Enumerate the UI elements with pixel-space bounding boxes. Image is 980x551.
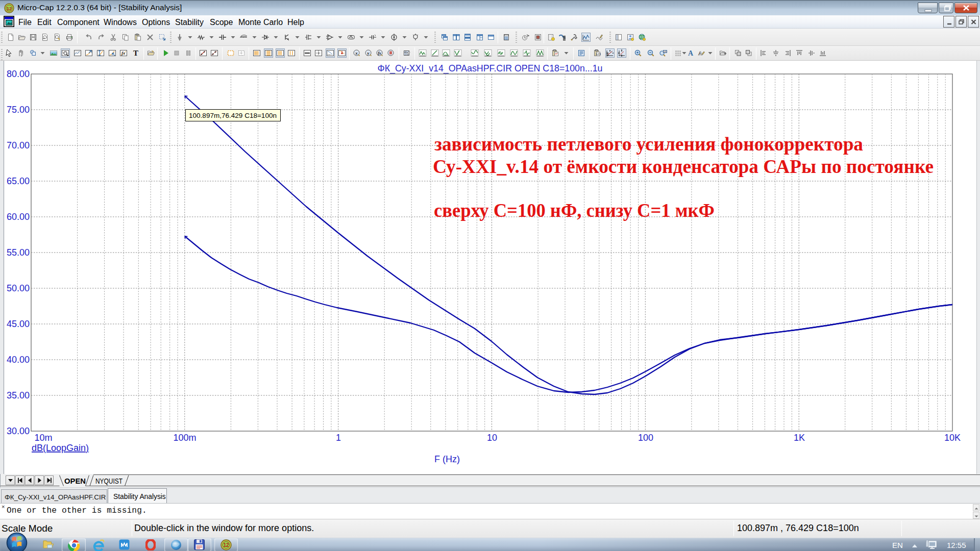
svg-text:12: 12 [223,542,229,548]
svg-text:сверху С=100 нФ, снизу С=1 мкФ: сверху С=100 нФ, снизу С=1 мкФ [434,199,715,221]
svg-text:зависимость петлевого усиления: зависимость петлевого усиления фонокорре… [434,133,863,155]
svg-text:65.00: 65.00 [7,176,30,186]
svg-text:100: 100 [638,433,653,443]
svg-text:ΦК_Cy-XXI_v14_OPAasHPF.CIR OPE: ΦК_Cy-XXI_v14_OPAasHPF.CIR OPEN C18=100n… [378,63,603,74]
svg-text:1: 1 [336,433,341,443]
svg-text:75.00: 75.00 [7,105,30,115]
svg-text:A: A [698,50,702,56]
svg-text:dB(LoopGain): dB(LoopGain) [32,443,89,453]
svg-text:10: 10 [487,433,497,443]
svg-text:40.00: 40.00 [7,355,30,365]
svg-text:OPEN: OPEN [64,477,86,485]
svg-text:Су-XXI_v.14 от ёмкости конденс: Су-XXI_v.14 от ёмкости конденсатора САРы… [433,156,934,177]
svg-text:123: 123 [596,53,601,56]
svg-text:12: 12 [7,6,12,11]
svg-text:100.897m,76.429 C18=100n: 100.897m,76.429 C18=100n [189,112,277,119]
svg-text:30.00: 30.00 [7,426,30,436]
svg-text:1K: 1K [794,433,805,443]
svg-text:fx: fx [121,51,126,56]
svg-text:55.00: 55.00 [7,247,30,258]
svg-text:NYQUIST: NYQUIST [95,477,122,485]
svg-text:F (Hz): F (Hz) [434,454,460,464]
svg-text:50.00: 50.00 [7,283,30,293]
svg-text:A: A [688,49,694,57]
svg-text:10K: 10K [944,433,961,443]
svg-text:100m: 100m [173,433,196,443]
svg-text:45.00: 45.00 [7,319,30,329]
svg-text:35.00: 35.00 [7,390,30,400]
svg-text:x: x [355,51,358,56]
svg-text:fx: fx [378,51,381,56]
svg-text:T: T [133,49,138,57]
svg-text:60.00: 60.00 [7,212,30,222]
svg-text:10m: 10m [34,433,52,443]
svg-text:80.00: 80.00 [7,69,30,79]
svg-text:100: 100 [663,51,667,53]
svg-text:70.00: 70.00 [7,140,30,151]
